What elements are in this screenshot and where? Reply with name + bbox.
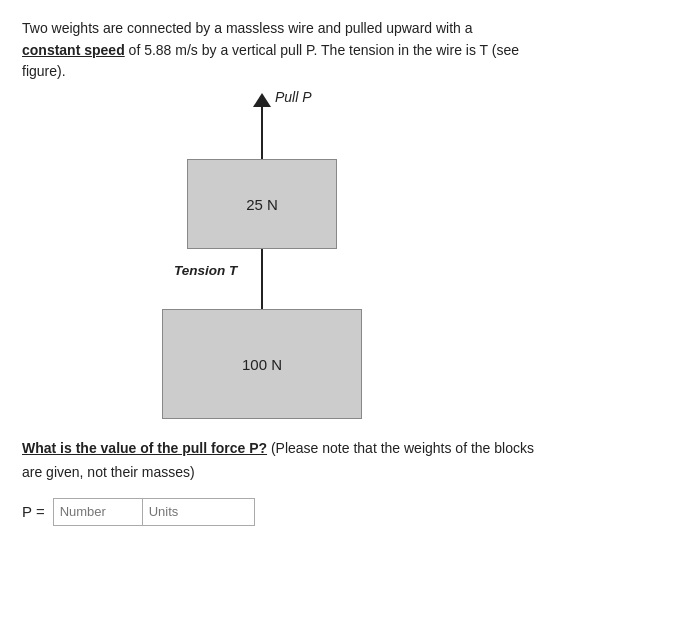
arrow-head-icon xyxy=(253,93,271,107)
bottom-block-weight: 100 N xyxy=(242,356,282,373)
question-line2: are given, not their masses) xyxy=(22,461,678,483)
answer-row: P = xyxy=(22,498,678,526)
tension-wire-section: Tension T xyxy=(162,249,362,309)
diagram-container: Pull P 25 N Tension T 100 N xyxy=(82,93,442,419)
bottom-block: 100 N xyxy=(162,309,362,419)
intro-line2-suffix: of 5.88 m/s by a vertical pull P. The te… xyxy=(125,42,519,58)
intro-bold: constant speed xyxy=(22,42,125,58)
top-block-weight: 25 N xyxy=(246,196,278,213)
pull-p-label: Pull P xyxy=(275,89,312,105)
intro-line1: Two weights are connected by a massless … xyxy=(22,20,473,36)
question-normal: (Please note that the weights of the blo… xyxy=(267,440,534,456)
units-input[interactable] xyxy=(143,498,255,526)
tension-label: Tension T xyxy=(174,263,237,278)
pull-arrow-section: Pull P xyxy=(253,93,271,159)
number-input[interactable] xyxy=(53,498,143,526)
wire-vertical xyxy=(261,249,263,309)
top-block: 25 N xyxy=(187,159,337,249)
question-line1: What is the value of the pull force P? (… xyxy=(22,437,678,459)
p-equals-label: P = xyxy=(22,503,45,520)
intro-line3: figure). xyxy=(22,63,66,79)
intro-paragraph: Two weights are connected by a massless … xyxy=(22,18,678,83)
question-bold: What is the value of the pull force P? xyxy=(22,440,267,456)
arrow-line-top xyxy=(261,107,263,159)
question-section: What is the value of the pull force P? (… xyxy=(22,437,678,484)
